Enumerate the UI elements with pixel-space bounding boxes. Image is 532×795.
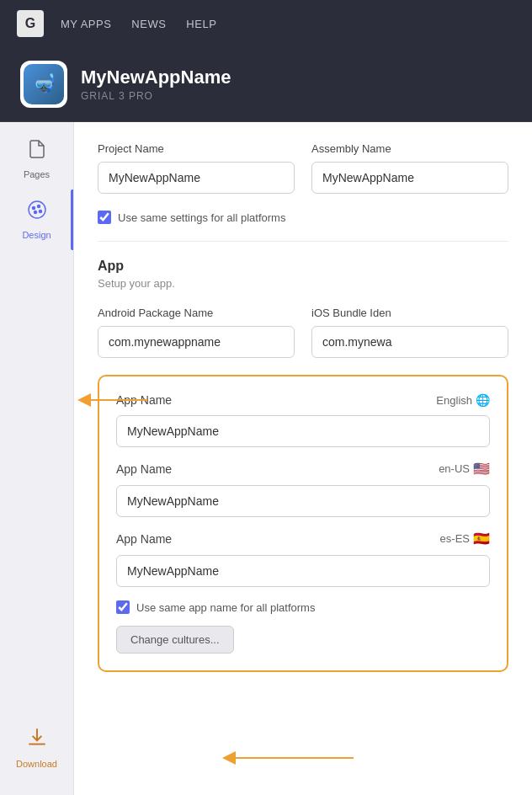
same-name-checkbox[interactable] [116,600,130,614]
es-flag-icon: 🇪🇸 [473,531,490,547]
assembly-name-group: Assembly Name [311,142,508,194]
project-name-group: Project Name [98,142,295,194]
app-name-english-label: App Name [116,393,172,407]
sidebar-item-download[interactable]: Download [0,717,73,779]
english-locale-text: English [436,394,472,407]
app-name-eses-header: App Name es-ES 🇪🇸 [116,531,490,547]
top-nav: G MY APPS NEWS HELP [0,0,532,47]
main-layout: Pages Design [0,122,532,795]
nav-links: MY APPS NEWS HELP [61,18,216,30]
project-name-label: Project Name [98,142,295,155]
app-subtitle: GRIAL 3 PRO [81,90,231,102]
app-name-eses-group: App Name es-ES 🇪🇸 [116,531,490,587]
app-name-enus-input[interactable] [116,485,490,517]
app-name-enus-label: App Name [116,462,172,476]
same-settings-label: Use same settings for all platforms [118,211,285,224]
svg-point-0 [29,201,45,218]
globe-icon: 🌐 [476,393,490,407]
app-name-eses-input[interactable] [116,555,490,587]
android-package-label: Android Package Name [98,307,295,319]
assembly-name-label: Assembly Name [311,142,508,155]
same-name-label: Use same app name for all platforms [136,601,315,614]
app-name-enus-header: App Name en-US 🇺🇸 [116,461,490,477]
app-name-title: MyNewAppName [81,67,231,88]
sidebar-item-pages[interactable]: Pages [0,129,73,189]
ios-bundle-group: iOS Bundle Iden [311,307,508,358]
sidebar: Pages Design [0,122,74,795]
nav-help[interactable]: HELP [186,18,216,30]
app-name-english-header: App Name English 🌐 [116,393,490,407]
app-name-english-group: App Name English 🌐 [116,393,490,447]
download-label: Download [16,759,57,769]
change-cultures-label: Change cultures... [130,633,220,646]
enus-locale-text: en-US [439,462,470,475]
svg-point-3 [39,211,41,213]
assembly-name-input[interactable] [311,162,508,194]
app-icon-image: 🤿 [24,64,64,104]
pages-icon [27,139,47,164]
app-header: 🤿 MyNewAppName GRIAL 3 PRO [0,47,532,122]
android-package-input[interactable] [98,326,295,358]
download-icon [26,727,48,754]
app-name-english-input[interactable] [116,415,490,447]
app-name-english-locale: English 🌐 [436,393,490,407]
android-package-group: Android Package Name [98,307,295,358]
same-name-row: Use same app name for all platforms [116,600,490,614]
svg-point-4 [34,211,36,214]
app-title-section: MyNewAppName GRIAL 3 PRO [81,67,231,102]
design-icon [27,200,47,225]
section-subtitle: Setup your app. [98,277,508,290]
svg-point-1 [32,207,35,210]
same-settings-row: Use same settings for all platforms [98,211,508,224]
logo-icon: G [17,10,44,37]
section-title: App [98,259,508,274]
app-icon: 🤿 [20,61,67,108]
section-divider [98,241,508,242]
app-name-eses-locale: es-ES 🇪🇸 [440,531,490,547]
nav-my-apps[interactable]: MY APPS [61,18,111,30]
pages-label: Pages [24,169,50,179]
design-label: Design [22,230,51,240]
sidebar-item-design[interactable]: Design [0,189,73,250]
project-name-input[interactable] [98,162,295,194]
nav-news[interactable]: NEWS [131,18,166,30]
change-cultures-button[interactable]: Change cultures... [116,626,234,654]
app-name-eses-label: App Name [116,532,172,546]
app-section: App Setup your app. [98,259,508,290]
ios-bundle-input[interactable] [311,326,508,358]
eses-locale-text: es-ES [440,532,470,545]
app-name-enus-group: App Name en-US 🇺🇸 [116,461,490,517]
svg-point-2 [37,205,40,208]
ios-bundle-label: iOS Bundle Iden [311,307,508,319]
platform-row: Android Package Name iOS Bundle Iden [98,307,508,358]
app-name-enus-locale: en-US 🇺🇸 [439,461,490,477]
us-flag-icon: 🇺🇸 [473,461,490,477]
project-assembly-row: Project Name Assembly Name [98,142,508,194]
same-settings-checkbox[interactable] [98,211,111,224]
content-area: Project Name Assembly Name Use same sett… [74,122,532,795]
app-wrapper: G MY APPS NEWS HELP 🤿 MyNewAppName GRIAL… [0,0,532,795]
app-name-section: App Name English 🌐 App Name en-US [98,375,508,672]
